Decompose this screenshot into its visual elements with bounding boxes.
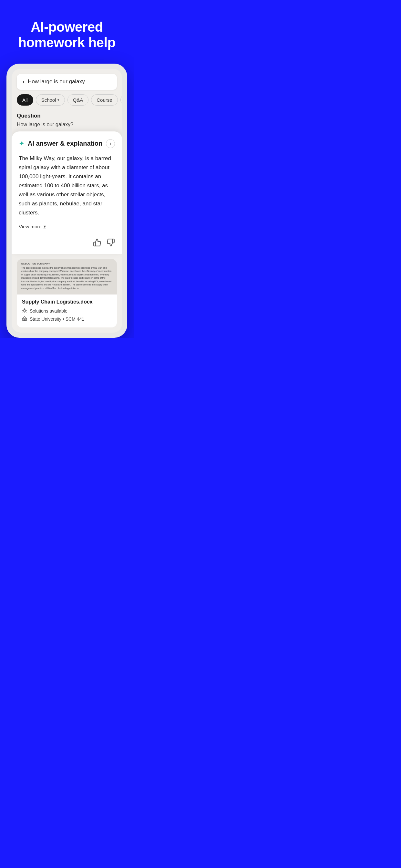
sparkle-icon: ✦ xyxy=(19,140,25,148)
document-card[interactable]: EXECUTIVE SUMMARY The case discusses in … xyxy=(17,259,117,328)
ai-answer-card: ✦ AI answer & explanation i The Milky Wa… xyxy=(11,131,122,254)
phone-frame: ‹ How large is our galaxy All School ▾ Q… xyxy=(6,64,127,338)
question-text: How large is our galaxy? xyxy=(17,122,117,128)
solutions-label: Solutions available xyxy=(30,308,67,314)
document-preview: EXECUTIVE SUMMARY The case discusses in … xyxy=(17,259,117,294)
hero-section: AI-powered homework help xyxy=(0,0,134,64)
hero-title: AI-powered homework help xyxy=(13,20,121,51)
bulb-icon xyxy=(22,308,27,314)
building-icon xyxy=(22,316,27,322)
view-more-button[interactable]: View more ▾ xyxy=(19,224,115,229)
institution-row: State University • SCM 441 xyxy=(22,316,112,322)
svg-point-0 xyxy=(24,310,26,312)
ai-answer-title-group: ✦ AI answer & explanation xyxy=(19,140,102,148)
feedback-row xyxy=(19,236,115,249)
filter-qa-chip[interactable]: Q&A xyxy=(67,94,89,105)
filter-course-chip[interactable]: Course xyxy=(91,94,118,105)
doc-preview-text: The case discusses in detail the supply … xyxy=(21,267,112,290)
back-button[interactable]: ‹ xyxy=(23,79,25,85)
thumbs-down-button[interactable] xyxy=(106,238,115,249)
svg-line-8 xyxy=(26,309,26,309)
document-meta: Solutions available xyxy=(22,308,112,322)
filter-all-chip[interactable]: All xyxy=(17,94,33,105)
thumbs-up-button[interactable] xyxy=(93,238,101,249)
filter-assign-chip[interactable]: Assign xyxy=(120,94,122,105)
institution-label: State University • SCM 441 xyxy=(30,316,84,321)
document-section: EXECUTIVE SUMMARY The case discusses in … xyxy=(11,254,122,333)
view-more-label: View more xyxy=(19,224,42,229)
svg-line-4 xyxy=(26,312,26,312)
document-name: Supply Chain Logistics.docx xyxy=(22,299,112,305)
svg-rect-12 xyxy=(24,319,25,321)
svg-line-3 xyxy=(23,309,23,309)
document-info: Supply Chain Logistics.docx xyxy=(17,294,117,328)
phone-mockup: ‹ How large is our galaxy All School ▾ Q… xyxy=(0,64,134,338)
search-area: ‹ How large is our galaxy xyxy=(11,69,122,90)
search-bar[interactable]: ‹ How large is our galaxy xyxy=(17,74,117,90)
ai-answer-header: ✦ AI answer & explanation i xyxy=(19,139,115,148)
question-section: Question How large is our galaxy? xyxy=(11,110,122,134)
ai-answer-body: The Milky Way, our galaxy, is a barred s… xyxy=(19,154,115,217)
phone-screen: ‹ How large is our galaxy All School ▾ Q… xyxy=(11,69,122,333)
info-icon[interactable]: i xyxy=(106,139,115,148)
solutions-row: Solutions available xyxy=(22,308,112,314)
question-label: Question xyxy=(17,113,117,119)
svg-line-7 xyxy=(23,312,23,312)
doc-preview-title: EXECUTIVE SUMMARY xyxy=(21,262,112,265)
search-query-text: How large is our galaxy xyxy=(28,79,85,85)
filter-school-label: School xyxy=(41,97,56,103)
filter-chips-container: All School ▾ Q&A Course Assign xyxy=(11,90,122,110)
chevron-down-icon: ▾ xyxy=(43,224,46,229)
chevron-down-icon: ▾ xyxy=(58,98,59,102)
filter-school-chip[interactable]: School ▾ xyxy=(36,94,65,105)
ai-answer-title: AI answer & explanation xyxy=(28,140,102,147)
info-label: i xyxy=(110,141,111,146)
